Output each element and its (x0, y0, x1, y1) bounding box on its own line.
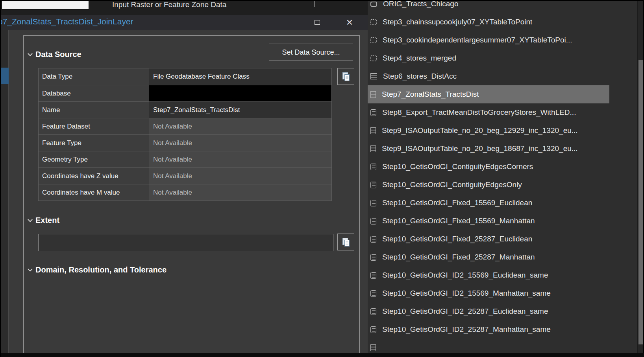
maximize-button[interactable] (308, 15, 327, 30)
background-tool-strip: Input Raster or Feature Zone Data (1, 1, 368, 15)
dataset-icon (370, 127, 376, 134)
set-data-source-button[interactable]: Set Data Source... (269, 44, 353, 61)
dataset-icon (370, 164, 376, 170)
property-value: Not Available (149, 135, 331, 151)
dataset-icon (370, 344, 376, 351)
close-icon: × (346, 17, 353, 28)
dataset-name: Step9_ISAOutputTable_no_20_beg_18687_inc… (382, 144, 578, 153)
dataset-icon (370, 145, 376, 152)
dataset-name: Step10_GetisOrdGI_ContiguityEdgesOnly (382, 180, 522, 189)
dataset-name: Step10_GetisOrdGI_ID2_15569_Euclidean_sa… (382, 271, 548, 280)
property-label: Database (39, 85, 149, 101)
background-selected-item[interactable] (1, 68, 9, 84)
copy-extent-button[interactable] (337, 234, 354, 250)
property-label: Coordinates have Z value (39, 168, 149, 184)
list-item[interactable]: Step10_GetisOrdGI_ID2_15569_Manhattan_sa… (368, 284, 609, 302)
list-item[interactable]: Step3_cookindependentlargesummer07_XYTab… (368, 31, 609, 49)
property-label: Feature Type (39, 135, 149, 151)
data-source-section-header[interactable]: Data Source (28, 50, 81, 59)
section-title: Extent (35, 216, 59, 225)
domain-section-header[interactable]: Domain, Resolution, and Tolerance (28, 265, 167, 274)
dataset-name: Step10_GetisOrdGI_ContiguityEdgesCorners (382, 162, 533, 171)
property-value: Not Available (149, 184, 331, 201)
table-row: Data Type File Geodatabase Feature Class (39, 68, 331, 85)
dataset-name: Step10_GetisOrdGI_ID2_15569_Manhattan_sa… (382, 289, 551, 298)
section-title: Domain, Resolution, and Tolerance (35, 265, 167, 274)
dataset-name: Step6_stores_DistAcc (383, 72, 457, 81)
tool-parameter-label: Input Raster or Feature Zone Data (112, 0, 226, 9)
list-item[interactable]: Step10_GetisOrdGI_Fixed_25287_Manhattan (368, 248, 609, 266)
list-item[interactable]: Step10_GetisOrdGI_Fixed_25287_Euclidean (368, 230, 609, 248)
list-item[interactable]: Step10_GetisOrdGI_Fixed_15569_Euclidean (368, 194, 609, 212)
dataset-icon (370, 218, 376, 225)
dataset-icon (370, 109, 376, 116)
list-item[interactable]: Step10_GetisOrdGI_ContiguityEdgesCorners (368, 158, 609, 176)
table-row: Coordinates have Z value Not Available (39, 167, 331, 184)
chevron-down-icon (28, 51, 33, 56)
dataset-name: Step10_GetisOrdGI_Fixed_25287_Manhattan (382, 253, 535, 261)
table-row: Coordinates have M value Not Available (39, 184, 331, 201)
dataset-name: ORIG_Tracts_Chicago (383, 1, 458, 8)
dataset-icon (370, 37, 377, 43)
dataset-name: Step10_GetisOrdGI_ID2_25287_Manhattan_sa… (382, 325, 551, 334)
dataset-icon (370, 182, 376, 188)
dataset-icon (370, 19, 377, 25)
list-item[interactable]: Step3_chainssupcookjuly07_XYTableToPoint (368, 13, 609, 31)
copy-icon (342, 237, 350, 247)
dataset-icon (370, 272, 376, 279)
catalog-list: ORIG_Tracts_Chicago Step3_chainssupcookj… (368, 1, 609, 357)
list-item[interactable]: Step10_GetisOrdGI_ID2_15569_Euclidean_sa… (368, 266, 609, 284)
dataset-icon (370, 326, 376, 333)
table-row: Database (39, 85, 331, 101)
dialog-titlebar[interactable]: p7_ZonalStats_TractsDist_JoinLayer × (1, 15, 368, 30)
dataset-icon (370, 73, 377, 79)
property-value: Not Available (149, 118, 331, 134)
extent-section-header[interactable]: Extent (28, 216, 59, 225)
app-window: Input Raster or Feature Zone Data p7_Zon… (0, 0, 644, 357)
dataset-name: Step10_GetisOrdGI_Fixed_25287_Euclidean (382, 235, 532, 243)
list-item[interactable]: Step9_ISAOutputTable_no_20_beg_12929_inc… (368, 121, 609, 140)
extent-field[interactable] (38, 234, 333, 251)
property-label: Name (39, 102, 149, 118)
table-row: Geometry Type Not Available (39, 151, 331, 167)
list-item[interactable]: Step4_stores_merged (368, 49, 609, 67)
property-value: File Geodatabase Feature Class (149, 68, 331, 85)
window-edge-bottom (1, 353, 644, 357)
list-item[interactable]: Step10_GetisOrdGI_ID2_25287_Euclidean_sa… (368, 302, 609, 320)
copy-data-source-button[interactable] (337, 68, 354, 85)
table-row: Feature Dataset Not Available (39, 118, 331, 134)
layer-properties-dialog: p7_ZonalStats_TractsDist_JoinLayer × Dat… (1, 15, 368, 357)
section-title: Data Source (35, 50, 81, 59)
dataset-name: Step3_chainssupcookjuly07_XYTableToPoint (383, 18, 532, 26)
dataset-icon (370, 290, 376, 297)
list-item[interactable]: Step10_GetisOrdGI_ID2_25287_Manhattan_sa… (368, 320, 609, 339)
list-item[interactable]: Step10_GetisOrdGI_ContiguityEdgesOnly (368, 176, 609, 194)
list-item[interactable]: Step10_GetisOrdGI_Fixed_15569_Manhattan (368, 212, 609, 230)
chevron-down-icon (28, 217, 33, 222)
dataset-name: Step7_ZonalStats_TractsDist (382, 90, 479, 99)
property-value: Step7_ZonalStats_TractsDist (149, 102, 331, 118)
property-label: Feature Dataset (39, 118, 149, 134)
dataset-icon (370, 55, 377, 61)
table-row: Feature Type Not Available (39, 134, 331, 151)
list-item[interactable]: Step8_Export_TractMeanDistToGroceryStore… (368, 103, 609, 121)
list-item[interactable]: Step7_ZonalStats_TractsDist (368, 85, 609, 103)
copy-icon (342, 72, 350, 81)
list-item[interactable]: ORIG_Tracts_Chicago (368, 1, 609, 13)
dataset-icon (370, 91, 376, 98)
maximize-icon (315, 20, 320, 25)
background-tab[interactable] (2, 0, 89, 9)
dataset-name: Step8_Export_TractMeanDistToGroceryStore… (382, 108, 576, 117)
dataset-name: Step9_ISAOutputTable_no_20_beg_12929_inc… (382, 126, 578, 135)
property-label: Data Type (39, 68, 149, 85)
list-item[interactable]: Step9_ISAOutputTable_no_20_beg_18687_inc… (368, 140, 609, 158)
background-left-pane (1, 30, 9, 357)
dataset-icon (370, 236, 376, 243)
dataset-name: Step10_GetisOrdGI_ID2_25287_Euclidean_sa… (382, 307, 548, 316)
property-label: Coordinates have M value (39, 184, 149, 201)
list-item[interactable]: Step6_stores_DistAcc (368, 67, 609, 85)
close-button[interactable]: × (340, 15, 359, 30)
table-row: Name Step7_ZonalStats_TractsDist (39, 101, 331, 118)
dataset-name: Step10_GetisOrdGI_Fixed_15569_Euclidean (382, 199, 532, 207)
properties-panel: Data Source Set Data Source... Data Type… (23, 35, 360, 357)
